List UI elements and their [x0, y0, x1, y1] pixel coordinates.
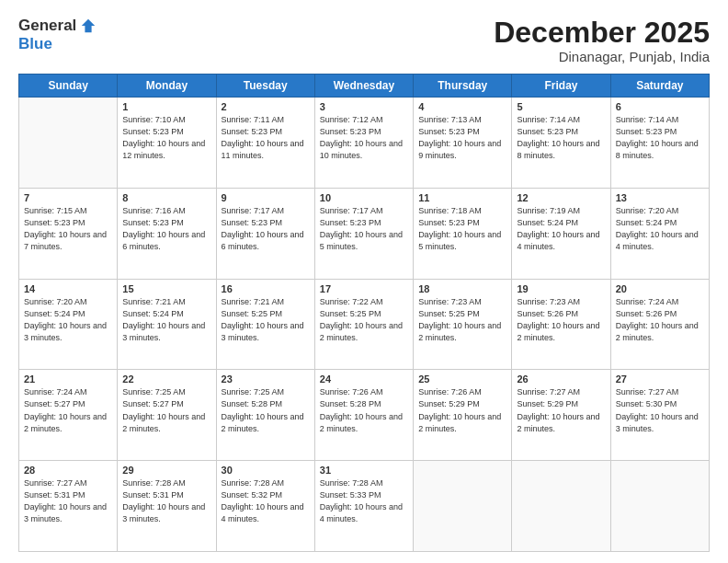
calendar-cell: 12Sunrise: 7:19 AMSunset: 5:24 PMDayligh…	[512, 188, 610, 279]
day-info: Sunrise: 7:24 AMSunset: 5:27 PMDaylight:…	[24, 386, 112, 434]
calendar-cell: 22Sunrise: 7:25 AMSunset: 5:27 PMDayligh…	[118, 370, 216, 461]
day-info: Sunrise: 7:17 AMSunset: 5:23 PMDaylight:…	[320, 205, 408, 253]
day-number: 24	[320, 373, 408, 385]
day-info: Sunrise: 7:26 AMSunset: 5:29 PMDaylight:…	[418, 386, 506, 434]
day-info: Sunrise: 7:27 AMSunset: 5:30 PMDaylight:…	[616, 386, 704, 434]
day-number: 27	[616, 373, 704, 385]
day-info: Sunrise: 7:15 AMSunset: 5:23 PMDaylight:…	[24, 205, 112, 253]
calendar-cell: 16Sunrise: 7:21 AMSunset: 5:25 PMDayligh…	[216, 279, 314, 370]
calendar-cell: 21Sunrise: 7:24 AMSunset: 5:27 PMDayligh…	[19, 370, 118, 461]
day-info: Sunrise: 7:22 AMSunset: 5:25 PMDaylight:…	[320, 296, 408, 344]
calendar-cell: 30Sunrise: 7:28 AMSunset: 5:32 PMDayligh…	[216, 461, 314, 552]
day-info: Sunrise: 7:23 AMSunset: 5:26 PMDaylight:…	[517, 296, 605, 344]
day-number: 14	[24, 283, 112, 294]
calendar-cell: 17Sunrise: 7:22 AMSunset: 5:25 PMDayligh…	[314, 279, 413, 370]
day-info: Sunrise: 7:24 AMSunset: 5:26 PMDaylight:…	[616, 296, 704, 344]
calendar-cell: 31Sunrise: 7:28 AMSunset: 5:33 PMDayligh…	[314, 461, 413, 552]
day-info: Sunrise: 7:23 AMSunset: 5:25 PMDaylight:…	[418, 296, 506, 344]
logo-blue-text: Blue	[18, 35, 52, 53]
day-info: Sunrise: 7:28 AMSunset: 5:33 PMDaylight:…	[320, 477, 408, 525]
calendar-cell	[512, 461, 610, 552]
page: General Blue December 2025 Dinanagar, Pu…	[0, 0, 728, 563]
calendar-cell	[414, 461, 512, 552]
day-number: 30	[222, 465, 310, 476]
day-number: 11	[418, 192, 506, 203]
calendar-week-row: 7Sunrise: 7:15 AMSunset: 5:23 PMDaylight…	[19, 188, 710, 279]
calendar-cell: 25Sunrise: 7:26 AMSunset: 5:29 PMDayligh…	[414, 370, 512, 461]
day-number: 8	[122, 192, 210, 203]
calendar-header-wednesday: Wednesday	[314, 75, 413, 98]
day-info: Sunrise: 7:27 AMSunset: 5:29 PMDaylight:…	[517, 386, 605, 434]
calendar-cell: 4Sunrise: 7:13 AMSunset: 5:23 PMDaylight…	[414, 98, 512, 189]
calendar-cell: 15Sunrise: 7:21 AMSunset: 5:24 PMDayligh…	[118, 279, 216, 370]
day-number: 31	[320, 465, 408, 476]
day-number: 10	[320, 192, 408, 203]
day-info: Sunrise: 7:28 AMSunset: 5:31 PMDaylight:…	[122, 477, 210, 525]
day-number: 16	[222, 283, 310, 294]
day-info: Sunrise: 7:11 AMSunset: 5:23 PMDaylight:…	[222, 114, 310, 162]
day-number: 12	[517, 192, 605, 203]
day-number: 3	[320, 101, 408, 112]
day-info: Sunrise: 7:26 AMSunset: 5:28 PMDaylight:…	[320, 386, 408, 434]
calendar-cell: 10Sunrise: 7:17 AMSunset: 5:23 PMDayligh…	[314, 188, 413, 279]
calendar-week-row: 28Sunrise: 7:27 AMSunset: 5:31 PMDayligh…	[19, 461, 710, 552]
day-number: 17	[320, 283, 408, 294]
day-info: Sunrise: 7:17 AMSunset: 5:23 PMDaylight:…	[222, 205, 310, 253]
day-number: 26	[517, 373, 605, 385]
logo-icon	[80, 17, 97, 34]
day-number: 28	[24, 465, 112, 476]
calendar-header-saturday: Saturday	[610, 75, 709, 98]
day-number: 23	[222, 373, 310, 385]
day-info: Sunrise: 7:25 AMSunset: 5:28 PMDaylight:…	[222, 386, 310, 434]
calendar-cell: 29Sunrise: 7:28 AMSunset: 5:31 PMDayligh…	[118, 461, 216, 552]
day-number: 1	[122, 101, 210, 112]
calendar-header-monday: Monday	[118, 75, 216, 98]
calendar-cell: 23Sunrise: 7:25 AMSunset: 5:28 PMDayligh…	[216, 370, 314, 461]
header: General Blue December 2025 Dinanagar, Pu…	[18, 17, 710, 64]
calendar-week-row: 21Sunrise: 7:24 AMSunset: 5:27 PMDayligh…	[19, 370, 710, 461]
calendar-week-row: 1Sunrise: 7:10 AMSunset: 5:23 PMDaylight…	[19, 98, 710, 189]
day-number: 20	[616, 283, 704, 294]
calendar-cell: 2Sunrise: 7:11 AMSunset: 5:23 PMDaylight…	[216, 98, 314, 189]
calendar-cell: 18Sunrise: 7:23 AMSunset: 5:25 PMDayligh…	[414, 279, 512, 370]
calendar-cell: 9Sunrise: 7:17 AMSunset: 5:23 PMDaylight…	[216, 188, 314, 279]
calendar-cell: 1Sunrise: 7:10 AMSunset: 5:23 PMDaylight…	[118, 98, 216, 189]
day-info: Sunrise: 7:28 AMSunset: 5:32 PMDaylight:…	[222, 477, 310, 525]
day-number: 4	[418, 101, 506, 112]
day-info: Sunrise: 7:25 AMSunset: 5:27 PMDaylight:…	[122, 386, 210, 434]
day-number: 6	[616, 101, 704, 112]
day-number: 25	[418, 373, 506, 385]
day-info: Sunrise: 7:20 AMSunset: 5:24 PMDaylight:…	[616, 205, 704, 253]
day-number: 18	[418, 283, 506, 294]
title-block: December 2025 Dinanagar, Punjab, India	[494, 17, 710, 64]
day-info: Sunrise: 7:16 AMSunset: 5:23 PMDaylight:…	[122, 205, 210, 253]
day-number: 7	[24, 192, 112, 203]
day-info: Sunrise: 7:10 AMSunset: 5:23 PMDaylight:…	[122, 114, 210, 162]
day-number: 19	[517, 283, 605, 294]
calendar-cell: 8Sunrise: 7:16 AMSunset: 5:23 PMDaylight…	[118, 188, 216, 279]
logo-general-text: General	[18, 17, 76, 35]
day-info: Sunrise: 7:19 AMSunset: 5:24 PMDaylight:…	[517, 205, 605, 253]
day-info: Sunrise: 7:14 AMSunset: 5:23 PMDaylight:…	[517, 114, 605, 162]
calendar-cell: 5Sunrise: 7:14 AMSunset: 5:23 PMDaylight…	[512, 98, 610, 189]
calendar-header-friday: Friday	[512, 75, 610, 98]
calendar-header-thursday: Thursday	[414, 75, 512, 98]
day-number: 29	[122, 465, 210, 476]
calendar-cell	[610, 461, 709, 552]
day-number: 22	[122, 373, 210, 385]
logo: General Blue	[18, 17, 97, 53]
calendar-cell: 11Sunrise: 7:18 AMSunset: 5:23 PMDayligh…	[414, 188, 512, 279]
calendar-cell: 13Sunrise: 7:20 AMSunset: 5:24 PMDayligh…	[610, 188, 709, 279]
day-number: 9	[222, 192, 310, 203]
calendar-cell: 26Sunrise: 7:27 AMSunset: 5:29 PMDayligh…	[512, 370, 610, 461]
calendar-cell	[19, 98, 118, 189]
calendar-header-row: SundayMondayTuesdayWednesdayThursdayFrid…	[19, 75, 710, 98]
day-info: Sunrise: 7:12 AMSunset: 5:23 PMDaylight:…	[320, 114, 408, 162]
day-info: Sunrise: 7:20 AMSunset: 5:24 PMDaylight:…	[24, 296, 112, 344]
calendar-cell: 7Sunrise: 7:15 AMSunset: 5:23 PMDaylight…	[19, 188, 118, 279]
svg-marker-0	[82, 19, 95, 32]
calendar-cell: 19Sunrise: 7:23 AMSunset: 5:26 PMDayligh…	[512, 279, 610, 370]
day-number: 21	[24, 373, 112, 385]
day-number: 13	[616, 192, 704, 203]
calendar-cell: 3Sunrise: 7:12 AMSunset: 5:23 PMDaylight…	[314, 98, 413, 189]
